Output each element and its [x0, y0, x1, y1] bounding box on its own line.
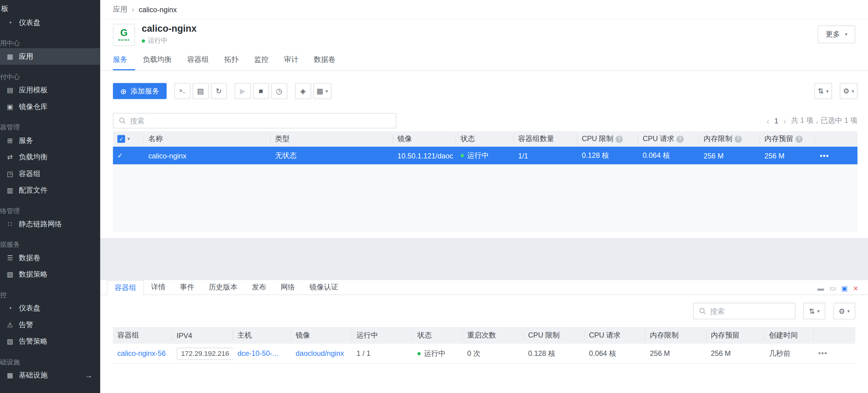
redeploy-button[interactable]: ◷ [271, 83, 287, 99]
settings-button[interactable]: ⚙ ▾ [840, 83, 857, 99]
col-cpu-request[interactable]: CPU 请求? [638, 134, 699, 144]
columns-button[interactable]: ▦ ▾ [313, 83, 332, 99]
col-mem-limit[interactable]: 内存限制? [699, 134, 760, 144]
col-pod-count[interactable]: 容器组数量 [514, 134, 578, 144]
row-actions-icon[interactable]: ••• [818, 349, 828, 357]
cell-pod: calico-nginx-56 [113, 349, 172, 357]
col-status[interactable]: 状态 [413, 331, 463, 340]
host-link[interactable]: dce-10-50-... [238, 349, 278, 357]
next-page-icon[interactable]: › [783, 116, 786, 126]
col-type[interactable]: 类型 [271, 134, 393, 144]
prev-page-icon[interactable]: ‹ [767, 116, 769, 126]
col-status[interactable]: 状态 [456, 134, 514, 144]
col-cpu-limit[interactable]: CPU 限制? [577, 134, 638, 144]
panel-close-icon[interactable]: × [853, 283, 858, 293]
col-created[interactable]: 创建时间 [764, 331, 814, 340]
breadcrumb-parent[interactable]: 应用 [113, 5, 127, 14]
col-ipv4[interactable]: IPV4 [172, 331, 233, 340]
detail-tab-history[interactable]: 历史版本 [202, 280, 245, 294]
sidebar-item-config-files[interactable]: ▥ 配置文件 [0, 182, 100, 199]
col-pod[interactable]: 容器组 [113, 331, 172, 340]
help-icon[interactable]: ? [616, 135, 623, 142]
pod-row[interactable]: calico-nginx-56 172.29.192.216 dce-10-50… [113, 343, 856, 363]
tab-services[interactable]: 服务 [113, 50, 135, 70]
tab-pods[interactable]: 容器组 [179, 50, 216, 70]
sidebar-item-load-balancer[interactable]: ⇄ 负载均衡 [0, 149, 100, 166]
sidebar-item-volumes[interactable]: ☰ 数据卷 [0, 250, 100, 266]
detail-settings-button[interactable]: ⚙ ▾ [833, 303, 856, 320]
col-mem-limit[interactable]: 内存限制 [646, 331, 707, 340]
detail-tab-pods[interactable]: 容器组 [107, 280, 144, 295]
tab-monitoring[interactable]: 监控 [246, 50, 276, 70]
image-button[interactable]: ▨ [193, 83, 209, 99]
select-all-checkbox[interactable]: ✓ [117, 135, 125, 142]
select-all-cell: ✓ ▾ [113, 134, 144, 144]
stop-button[interactable]: ■ [253, 83, 269, 99]
help-icon[interactable]: ? [796, 135, 803, 142]
add-service-button[interactable]: ⊕ 添加服务 [113, 83, 167, 99]
sidebar-item-image-registry[interactable]: ▣ 镜像仓库 [0, 98, 100, 115]
sidebar-item-applications[interactable]: ▦ 应用 [0, 48, 100, 65]
panel-minimize-icon[interactable]: ▬ [817, 284, 824, 292]
search-input[interactable] [130, 117, 391, 125]
col-host[interactable]: 主机 [233, 331, 291, 340]
col-restarts[interactable]: 重启次数 [463, 331, 524, 340]
ipv4-value[interactable]: 172.29.192.216 [177, 347, 233, 359]
col-cpu-limit[interactable]: CPU 限制 [524, 331, 585, 340]
sidebar-item-static-link-network[interactable]: ∷ 静态链路网络 [0, 216, 100, 233]
col-image[interactable]: 镜像 [393, 134, 456, 144]
sidebar-item-infrastructure[interactable]: ▦ 基础设施 → [0, 367, 100, 384]
sidebar-item-alerts[interactable]: ⚠ 告警 [0, 317, 100, 333]
cell-name[interactable]: calico-nginx [144, 152, 271, 160]
table-row[interactable]: ✓ calico-nginx 无状态 10.50.1.121/daoc 运行中 … [113, 146, 858, 164]
detail-tab-network[interactable]: 网络 [273, 280, 302, 294]
col-name[interactable]: 名称 [144, 134, 271, 144]
detail-search-input[interactable] [710, 307, 790, 315]
search-box[interactable] [113, 113, 397, 129]
sidebar-item-label: 服务 [19, 136, 33, 145]
col-image[interactable]: 镜像 [291, 331, 352, 340]
sidebar-item-app-templates[interactable]: ▤ 应用模板 [0, 82, 100, 99]
sidebar-item-pods[interactable]: ◳ 容器组 [0, 165, 100, 182]
col-cpu-request[interactable]: CPU 请求 [585, 331, 646, 340]
help-icon[interactable]: ? [735, 135, 742, 142]
sidebar-item-board[interactable]: 板 [0, 0, 100, 14]
panel-restore-icon[interactable]: ▭ [830, 284, 836, 292]
sort-button[interactable]: ⇅ ▾ [815, 83, 832, 99]
detail-sort-button[interactable]: ⇅ ▾ [803, 303, 825, 320]
tab-volumes[interactable]: 数据卷 [306, 50, 343, 70]
detail-tab-image-auth[interactable]: 镜像认证 [302, 280, 346, 294]
pod-link[interactable]: calico-nginx-56 [117, 349, 166, 357]
col-mem-reserved[interactable]: 内存预留 [707, 331, 765, 340]
row-actions-icon[interactable]: ••• [820, 152, 829, 160]
console-button[interactable]: >_ [174, 83, 190, 99]
help-icon[interactable]: ? [677, 135, 684, 142]
sidebar-item-label: 静态链路网络 [19, 219, 62, 229]
select-dropdown-icon[interactable]: ▾ [127, 136, 130, 142]
panel-maximize-icon[interactable]: ▣ [841, 284, 848, 292]
start-button[interactable]: ▶ [235, 83, 251, 99]
tab-load-balancer[interactable]: 负载均衡 [135, 50, 179, 70]
tab-topology[interactable]: 拓扑 [216, 50, 246, 70]
refresh-button[interactable]: ↻ [211, 83, 227, 99]
search-icon [119, 117, 126, 124]
col-running[interactable]: 运行中 [352, 331, 413, 340]
sidebar-item-monitor-dashboard[interactable]: ◔ 仪表盘 [0, 300, 100, 317]
detail-tab-details[interactable]: 详情 [144, 280, 173, 294]
detail-tab-events[interactable]: 事件 [173, 280, 202, 294]
image-link[interactable]: daocloud/nginx [296, 349, 344, 357]
tag-button[interactable]: ◈ [295, 83, 311, 99]
detail-tab-release[interactable]: 发布 [245, 280, 273, 294]
sidebar-item-alert-policy[interactable]: ▧ 告警策略 [0, 333, 100, 350]
page-number[interactable]: 1 [774, 117, 778, 125]
infra-icon: ▦ [5, 371, 14, 379]
row-checkbox[interactable]: ✓ [117, 152, 123, 159]
sidebar-item-services[interactable]: ⊞ 服务 [0, 132, 100, 149]
sidebar-item-dashboard[interactable]: ◔ 仪表盘 [0, 14, 100, 31]
detail-search-box[interactable] [693, 303, 796, 320]
col-mem-reserved[interactable]: 内存预留? [760, 134, 815, 144]
more-button[interactable]: 更多 ▾ [818, 26, 856, 43]
sidebar-collapse-icon[interactable]: → [85, 371, 92, 380]
tab-audit[interactable]: 审计 [276, 50, 306, 70]
sidebar-item-data-policy[interactable]: ▧ 数据策略 [0, 266, 100, 283]
